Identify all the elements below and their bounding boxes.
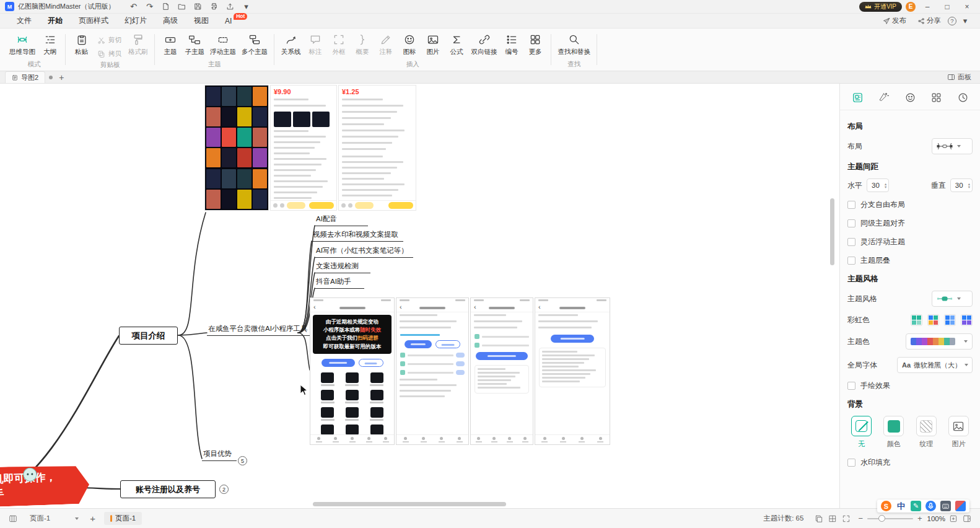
relationship-line-button[interactable]: 关系线 [279,30,304,58]
bg-option-color[interactable]: 颜色 [883,416,904,449]
red-banner-topic[interactable]: 机即可操作， 手 [0,464,90,506]
note-button[interactable]: 注释 [375,30,398,58]
topic-ai-voice[interactable]: AI配音 [315,214,368,226]
paste-button[interactable]: 粘贴 [70,30,93,58]
menu-tab-slides[interactable]: 幻灯片 [116,14,155,27]
boundary-button[interactable]: 外框 [328,30,351,58]
horizontal-spacing-stepper[interactable]: 30 ▴▾ [867,178,889,192]
bg-option-texture[interactable]: 纹理 [916,416,937,449]
rainbow-option-3[interactable] [944,314,956,326]
icon-insert-button[interactable]: 图标 [398,30,421,58]
export-icon[interactable] [224,1,236,12]
mindmap-mode-button[interactable]: 思维导图 [7,30,38,58]
theme-style-dropdown[interactable] [932,291,973,307]
print-icon[interactable] [208,1,220,12]
checkbox-watermark-fill[interactable]: 水印填充 [847,457,973,468]
menu-tab-view[interactable]: 视图 [186,14,217,27]
help-icon[interactable]: ? [948,17,956,25]
page-selector-dropdown[interactable]: 页面-1 [25,513,84,524]
theme-color-dropdown[interactable] [906,333,973,350]
open-folder-icon[interactable] [175,1,188,12]
floating-topic-button[interactable]: 浮动主题 [208,30,238,58]
zoom-percentage[interactable]: 100% [927,515,945,522]
pen-tool-icon[interactable]: ✎ [911,501,921,511]
topic-douyin-assistant[interactable]: 抖音AI助手 [315,277,364,289]
topic-watermark-removal[interactable]: 视频去水印和视频文案提取 [312,230,403,242]
board-view-icon[interactable] [6,513,20,525]
zoom-in-icon[interactable]: + [917,514,922,523]
menu-tab-ai[interactable]: AIHot [217,15,240,27]
rainbow-option-2[interactable] [927,314,939,326]
collapse-badge-account[interactable]: 2 [219,485,229,494]
callout-button[interactable]: 标注 [304,30,327,58]
collapse-badge-advantage[interactable]: 5 [238,456,247,465]
multiple-topics-button[interactable]: 多个主题 [239,30,270,58]
more-insert-button[interactable]: 更多 [524,30,547,58]
menu-tab-advanced[interactable]: 高级 [155,14,186,27]
toolbox-icon[interactable] [955,501,966,511]
emoji-panel-icon[interactable] [903,90,917,105]
bidirectional-link-button[interactable]: 双向链接 [469,30,500,58]
new-document-icon[interactable] [159,1,172,12]
document-tab[interactable]: 导图2 [5,71,45,83]
history-clock-icon[interactable] [955,90,970,105]
redo-icon[interactable]: ↷ [143,1,155,12]
topic-project-advantage[interactable]: 项目优势 [202,449,237,461]
expand-panel-icon[interactable] [960,513,974,525]
copy-button[interactable]: 拷贝 [94,48,125,59]
quick-access-chevron-icon[interactable]: ▾ [240,1,252,12]
stepper-arrows-icon[interactable]: ▴▾ [968,182,970,188]
canvas-horizontal-scrollbar[interactable] [313,502,506,506]
publish-button[interactable]: 发布 [878,15,911,27]
page-tab[interactable]: 页面-1 [104,512,142,525]
maximize-button[interactable]: □ [939,1,955,12]
zoom-out-icon[interactable]: − [858,514,863,523]
mic-icon[interactable] [925,501,936,511]
checkbox-sketch-effect[interactable]: 手绘效果 [847,381,973,391]
zoom-slider[interactable] [867,518,913,519]
vertical-spacing-stepper[interactable]: 30 ▴▾ [950,178,973,192]
topic-button[interactable]: 主题 [159,30,182,58]
sogou-logo-icon[interactable]: S [881,501,891,511]
vip-upgrade-button[interactable]: 开通VIP [859,2,902,12]
menu-tab-home[interactable]: 开始 [40,14,71,27]
keyboard-icon[interactable] [940,501,951,511]
checkbox-flexible-floating[interactable]: 灵活浮动主题 [847,237,973,247]
marketplace-screenshots-image[interactable]: ¥9.90 ¥1.25 [204,85,416,211]
fullscreen-icon[interactable] [839,513,853,525]
bg-option-image[interactable]: 图片 [948,416,969,449]
style-panel-icon[interactable] [850,90,865,105]
magic-wand-icon[interactable] [877,90,891,105]
image-insert-button[interactable]: 图片 [422,30,445,58]
summary-button[interactable]: 概要 [351,30,374,58]
checkbox-topic-overlap[interactable]: 主题层叠 [847,255,973,266]
subtopic-button[interactable]: 子主题 [183,30,208,58]
panel-toggle-button[interactable]: 面板 [947,73,975,82]
undo-icon[interactable]: ↶ [127,1,139,12]
checkbox-free-branch-layout[interactable]: 分支自由布局 [847,200,973,210]
menu-tab-page-style[interactable]: 页面样式 [71,14,116,27]
collapse-ribbon-chevron-icon[interactable]: ▾ [959,15,971,27]
close-button[interactable]: × [959,1,975,12]
add-page-button[interactable]: + [90,513,95,524]
mindmap-canvas[interactable]: ¥9.90 ¥1.25 项目介绍 在咸鱼平台卖微信AI小程序工具 AI配音 视频… [0,84,839,508]
phone-screenshots-image[interactable]: 由于近期相关规定变动 小程序版本或将随时失效 点击关于我们扫码进群 即可获取最新… [310,297,610,445]
pages-panel-icon[interactable] [812,513,826,525]
rainbow-option-4[interactable] [961,314,973,326]
topic-compliance-check[interactable]: 文案违规检测 [315,262,370,273]
rainbow-option-1[interactable] [911,314,922,326]
global-font-dropdown[interactable]: Aa 微软雅黑（大） [897,357,973,373]
new-tab-button[interactable]: + [59,73,64,82]
menu-tab-file[interactable]: 文件 [9,14,40,27]
minimize-button[interactable]: – [919,1,935,12]
user-avatar[interactable]: E [906,2,916,12]
topic-main-branch[interactable]: 在咸鱼平台卖微信AI小程序工具 [207,324,312,336]
save-icon[interactable] [191,1,204,12]
topic-ai-writing[interactable]: AI写作（小红书文案笔记等） [315,246,413,258]
find-replace-button[interactable]: 查找和替换 [556,30,593,58]
formula-button[interactable]: 公式 [445,30,468,58]
topic-project-intro[interactable]: 项目介绍 [119,327,178,345]
share-button[interactable]: 分享 [913,15,945,27]
chinese-mode-icon[interactable]: 中 [896,501,906,511]
format-painter-button[interactable]: 格式刷 [126,30,151,58]
